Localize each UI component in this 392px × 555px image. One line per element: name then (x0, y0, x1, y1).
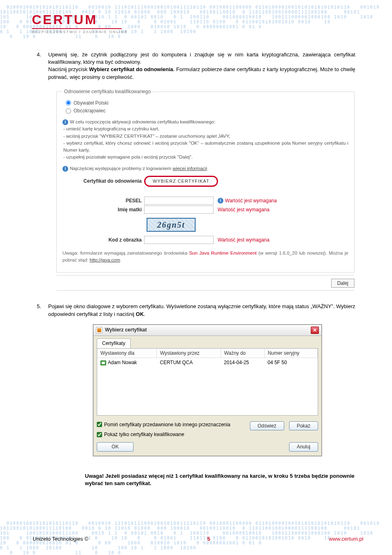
required-mother: Wartość jest wymagana (218, 206, 270, 213)
dialog-titlebar: Wybierz certyfikat ✕ (94, 325, 321, 336)
captcha-input[interactable] (144, 236, 214, 244)
show-button[interactable]: Pokaż (289, 421, 318, 431)
table-header: Wystawiony dla Wystawiony przez Ważny do… (97, 349, 318, 358)
required-pesel: iWartość jest wymagana (218, 197, 277, 204)
page-content: 4. Upewnij się, że czytnik podłączony je… (37, 51, 355, 487)
chk-qualified[interactable]: Pokaż tylko certyfikaty kwalifikowane (97, 431, 250, 438)
table-row[interactable]: Adam Nowak CERTUM QCA 2014-04-25 04 5F 5… (97, 358, 318, 367)
fieldset-legend: Odnowienie certyfikatu kwalifikowanego (62, 88, 152, 95)
page-number: 5 (207, 536, 210, 542)
label-mother: Imię matki (62, 206, 144, 213)
footer-url: www.certum.pl (329, 536, 363, 542)
mother-name-input[interactable] (144, 206, 214, 214)
label-cert: Certyfikat do odnowienia (62, 178, 144, 185)
cert-select-dialog: Wybierz certyfikat ✕ Certyfikaty Wystawi… (93, 324, 322, 456)
warning-note: Uwaga! Jeżeli posiadasz więcej niż 1 cer… (85, 472, 354, 487)
more-info-link[interactable]: więcej informacji (173, 166, 207, 171)
radio-citizen-foreign-input[interactable] (66, 108, 71, 114)
step-4: 4. Upewnij się, że czytnik podłączony je… (37, 51, 355, 291)
logo-brand: CERTUM (32, 12, 128, 27)
tab-certs[interactable]: Certyfikaty (97, 338, 131, 348)
dialog-title: Wybierz certyfikat (105, 327, 147, 333)
radio-citizen-pl[interactable]: Obywatel Polski (66, 100, 348, 107)
instructions-block: iW celu rozpoczęcia aktywacji odnowienia… (62, 119, 348, 161)
chk-expired[interactable]: Pomiń certyfikaty przedawnione lub inneg… (97, 421, 250, 428)
label-captcha: Kod z obrazka (62, 237, 144, 244)
pesel-input[interactable] (144, 197, 214, 205)
info-icon: i (62, 166, 68, 172)
close-icon[interactable]: ✕ (311, 327, 319, 334)
radio-citizen-foreign[interactable]: Obcokrajowiec (66, 107, 348, 114)
info-icon: i (62, 119, 68, 125)
logo: CERTUM BEZPIECZEŃSTWO I ZAUFANIE ONLINE (32, 12, 128, 34)
refresh-button[interactable]: Odśwież (250, 421, 284, 431)
info-icon: i (218, 198, 223, 204)
renewal-form: Odnowienie certyfikatu kwalifikowanego O… (56, 88, 354, 291)
radio-citizen-pl-input[interactable] (66, 100, 71, 105)
label-pesel: PESEL (62, 197, 144, 204)
java-link[interactable]: http://java.com (89, 257, 120, 262)
problems-line: iNajczęściej występujące problemy z logo… (62, 165, 348, 172)
logo-tagline: BEZPIECZEŃSTWO I ZAUFANIE ONLINE (32, 30, 128, 34)
footer-company: Unizeto Technologies © (33, 536, 89, 542)
step-5: 5. Pojawi się okno dialogowe z wyborem c… (37, 303, 355, 456)
cancel-button[interactable]: Anuluj (289, 442, 318, 452)
captcha-image: 26gn5t (147, 218, 196, 232)
required-captcha: Wartość jest wymagana (218, 237, 270, 244)
cert-icon (100, 360, 106, 365)
java-icon (96, 327, 102, 333)
page-footer: Unizeto Technologies © 5 www.certum.pl (33, 536, 363, 542)
next-button[interactable]: Dalej (331, 279, 354, 288)
java-note: Uwaga: formularze wymagają zainstalowane… (62, 250, 348, 264)
ok-button[interactable]: OK (97, 442, 134, 452)
select-cert-button[interactable]: WYBIERZ CERTYFIKAT (144, 176, 218, 187)
cert-list: Wystawiony dla Wystawiony przez Ważny do… (97, 348, 318, 416)
